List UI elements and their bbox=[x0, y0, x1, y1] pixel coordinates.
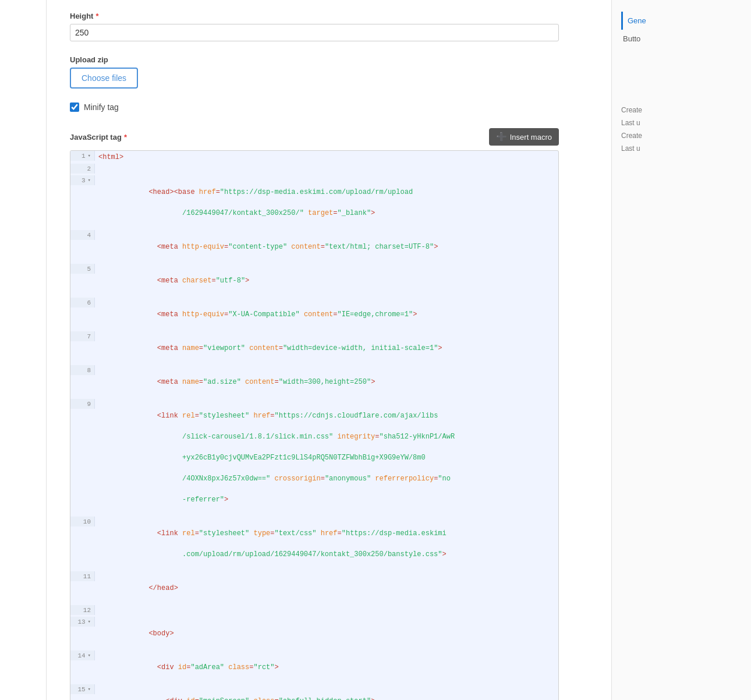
sidebar-item-create2[interactable]: Create bbox=[621, 132, 738, 140]
code-content-1: <html> bbox=[95, 151, 558, 164]
sidebar-top-section: Gene Butto bbox=[612, 6, 751, 54]
line-num-2: 2 bbox=[70, 164, 95, 174]
line-num-3: 3▾ bbox=[70, 175, 95, 185]
sidebar-bottom-section: Create Last u Create Last u bbox=[612, 100, 751, 158]
code-line-13: 13▾ <body> bbox=[70, 617, 558, 650]
code-content-10: <link rel="stylesheet" type="text/css" h… bbox=[95, 517, 558, 571]
code-line-8: 8 <meta name="ad.size" content="width=30… bbox=[70, 365, 558, 399]
height-label: Height * bbox=[70, 12, 588, 20]
code-content-15: <div id="mainScreen" class="absfull hidd… bbox=[95, 684, 558, 700]
line-num-8: 8 bbox=[70, 365, 95, 375]
sidebar-item-create1[interactable]: Create bbox=[621, 106, 738, 114]
line-num-13: 13▾ bbox=[70, 617, 95, 627]
minify-tag-label: Minify tag bbox=[84, 102, 119, 112]
line-num-10: 10 bbox=[70, 517, 95, 526]
code-content-11: </head> bbox=[95, 571, 558, 605]
code-content-7: <meta name="viewport" content="width=dev… bbox=[95, 331, 558, 365]
sidebar-item-button[interactable]: Butto bbox=[621, 30, 742, 48]
code-line-2: 2 bbox=[70, 164, 558, 175]
code-content-12 bbox=[95, 605, 558, 607]
minify-tag-row: Minify tag bbox=[70, 102, 588, 112]
minify-tag-checkbox[interactable] bbox=[70, 102, 79, 112]
code-content-3: <head><base href="https://dsp-media.eski… bbox=[95, 175, 558, 230]
left-nav bbox=[0, 0, 47, 700]
code-line-10: 10 <link rel="stylesheet" type="text/css… bbox=[70, 517, 558, 571]
line-num-14: 14▾ bbox=[70, 650, 95, 660]
code-line-3: 3▾ <head><base href="https://dsp-media.e… bbox=[70, 175, 558, 230]
insert-macro-button[interactable]: ➕ Insert macro bbox=[489, 128, 559, 146]
js-tag-field-group: JavaScript tag * ➕ Insert macro 1▾ <html… bbox=[70, 128, 588, 700]
code-line-9: 9 <link rel="stylesheet" href="https://c… bbox=[70, 399, 558, 517]
choose-files-button[interactable]: Choose files bbox=[70, 68, 138, 89]
line-num-11: 11 bbox=[70, 571, 95, 581]
line-num-1: 1▾ bbox=[70, 151, 95, 161]
upload-zip-field-group: Upload zip Choose files bbox=[70, 55, 588, 89]
code-content-8: <meta name="ad.size" content="width=300,… bbox=[95, 365, 558, 399]
code-editor[interactable]: 1▾ <html> 2 3▾ <head><base href="https:/… bbox=[70, 150, 559, 700]
line-num-9: 9 bbox=[70, 399, 95, 409]
code-line-15: 15▾ <div id="mainScreen" class="absfull … bbox=[70, 684, 558, 700]
code-line-11: 11 </head> bbox=[70, 571, 558, 605]
sidebar-item-lastupdate1: Last u bbox=[621, 119, 738, 127]
plus-circle-icon: ➕ bbox=[496, 132, 507, 142]
height-input[interactable] bbox=[70, 24, 559, 41]
code-content-13: <body> bbox=[95, 617, 558, 650]
line-num-5: 5 bbox=[70, 264, 95, 274]
sidebar-item-lastupdate2: Last u bbox=[621, 144, 738, 153]
right-sidebar: Gene Butto Create Last u Create Last u bbox=[611, 0, 751, 700]
height-required: * bbox=[95, 12, 98, 20]
code-line-4: 4 <meta http-equiv="content-type" conten… bbox=[70, 230, 558, 264]
upload-zip-label: Upload zip bbox=[70, 55, 588, 64]
code-content-9: <link rel="stylesheet" href="https://cdn… bbox=[95, 399, 558, 517]
code-line-14: 14▾ <div id="adArea" class="rct"> bbox=[70, 650, 558, 684]
line-num-6: 6 bbox=[70, 298, 95, 307]
code-line-5: 5 <meta charset="utf-8"> bbox=[70, 264, 558, 298]
code-content-5: <meta charset="utf-8"> bbox=[95, 264, 558, 298]
code-content-4: <meta http-equiv="content-type" content=… bbox=[95, 230, 558, 264]
line-num-4: 4 bbox=[70, 230, 95, 240]
code-line-12: 12 bbox=[70, 605, 558, 617]
js-tag-label: JavaScript tag * bbox=[70, 133, 127, 142]
code-line-1: 1▾ <html> bbox=[70, 151, 558, 164]
line-num-12: 12 bbox=[70, 605, 95, 615]
sidebar-item-general[interactable]: Gene bbox=[621, 12, 742, 30]
js-tag-required: * bbox=[124, 133, 127, 142]
line-num-15: 15▾ bbox=[70, 684, 95, 694]
js-tag-header: JavaScript tag * ➕ Insert macro bbox=[70, 128, 559, 146]
height-field-group: Height * bbox=[70, 12, 588, 41]
code-content-2 bbox=[95, 164, 558, 166]
code-content-14: <div id="adArea" class="rct"> bbox=[95, 650, 558, 684]
main-content: Height * Upload zip Choose files Minify … bbox=[47, 0, 611, 700]
code-line-7: 7 <meta name="viewport" content="width=d… bbox=[70, 331, 558, 365]
code-line-6: 6 <meta http-equiv="X-UA-Compatible" con… bbox=[70, 298, 558, 331]
line-num-7: 7 bbox=[70, 331, 95, 341]
code-content-6: <meta http-equiv="X-UA-Compatible" conte… bbox=[95, 298, 558, 331]
